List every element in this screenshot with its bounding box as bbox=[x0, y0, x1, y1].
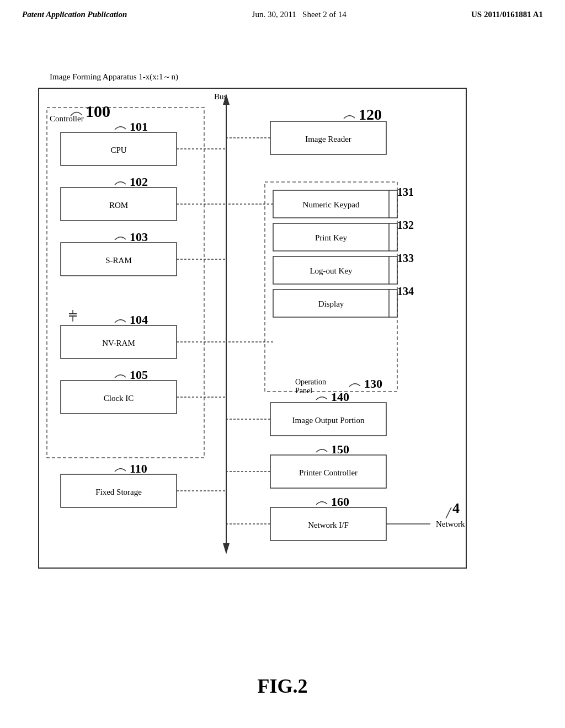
svg-rect-12 bbox=[61, 188, 177, 221]
svg-text:Printer Controller: Printer Controller bbox=[299, 468, 358, 477]
svg-rect-36 bbox=[270, 121, 386, 154]
svg-rect-20 bbox=[61, 325, 177, 358]
svg-text:Fixed Storage: Fixed Storage bbox=[95, 488, 142, 496]
svg-text:120: 120 bbox=[359, 106, 382, 123]
publication-label: Patent Application Publication bbox=[22, 10, 127, 19]
svg-text:150: 150 bbox=[331, 442, 349, 456]
page-header: Patent Application Publication Jun. 30, … bbox=[0, 0, 565, 19]
svg-text:Network I/F: Network I/F bbox=[308, 521, 349, 529]
svg-rect-51 bbox=[273, 223, 389, 251]
svg-text:110: 110 bbox=[130, 462, 147, 475]
svg-rect-70 bbox=[270, 403, 386, 436]
svg-text:130: 130 bbox=[364, 377, 382, 390]
svg-text:Display: Display bbox=[318, 299, 344, 308]
svg-text:NV-RAM: NV-RAM bbox=[102, 339, 135, 347]
svg-rect-0 bbox=[39, 88, 466, 568]
diagram-area: Image Forming Apparatus 1-x(x:1～n) Contr… bbox=[33, 72, 530, 623]
svg-text:133: 133 bbox=[397, 252, 414, 264]
svg-text:101: 101 bbox=[130, 120, 148, 133]
svg-rect-74 bbox=[270, 455, 386, 488]
svg-text:S-RAM: S-RAM bbox=[105, 256, 132, 265]
svg-text:Image Output Portion: Image Output Portion bbox=[292, 416, 365, 425]
svg-text:160: 160 bbox=[331, 495, 349, 508]
svg-text:140: 140 bbox=[331, 390, 349, 404]
svg-rect-8 bbox=[61, 132, 177, 165]
figure-label: FIG.2 bbox=[257, 675, 307, 698]
svg-text:Panel: Panel bbox=[295, 387, 312, 395]
sheet-info: Sheet 2 of 14 bbox=[302, 10, 347, 19]
svg-text:Clock IC: Clock IC bbox=[104, 394, 134, 403]
svg-text:Numeric Keypad: Numeric Keypad bbox=[303, 200, 360, 209]
svg-text:104: 104 bbox=[130, 313, 148, 326]
svg-text:Log-out Key: Log-out Key bbox=[310, 266, 353, 275]
svg-text:CPU: CPU bbox=[110, 146, 126, 154]
svg-line-85 bbox=[446, 507, 451, 518]
apparatus-label: Image Forming Apparatus 1-x(x:1～n) bbox=[50, 72, 178, 82]
svg-rect-78 bbox=[270, 507, 386, 540]
svg-text:Image Reader: Image Reader bbox=[305, 135, 351, 143]
svg-rect-32 bbox=[61, 474, 177, 507]
svg-text:131: 131 bbox=[397, 186, 414, 198]
svg-rect-28 bbox=[61, 381, 177, 414]
date-sheet: Jun. 30, 2011 Sheet 2 of 14 bbox=[252, 10, 347, 19]
svg-text:105: 105 bbox=[130, 368, 148, 382]
svg-text:Controller: Controller bbox=[50, 114, 84, 123]
svg-rect-44 bbox=[273, 190, 389, 218]
svg-text:100: 100 bbox=[86, 102, 110, 120]
svg-marker-7 bbox=[223, 543, 230, 554]
svg-marker-6 bbox=[223, 94, 230, 105]
svg-text:Print Key: Print Key bbox=[315, 233, 347, 242]
svg-text:Operation: Operation bbox=[295, 378, 326, 386]
svg-text:132: 132 bbox=[397, 219, 414, 231]
svg-text:4: 4 bbox=[452, 500, 460, 516]
svg-text:ROM: ROM bbox=[109, 201, 128, 210]
svg-text:103: 103 bbox=[130, 230, 148, 244]
svg-text:102: 102 bbox=[130, 175, 148, 189]
svg-text:Bus: Bus bbox=[214, 92, 227, 101]
svg-text:Network: Network bbox=[436, 520, 465, 528]
svg-rect-1 bbox=[47, 108, 204, 458]
svg-rect-63 bbox=[273, 290, 389, 317]
svg-rect-57 bbox=[273, 256, 389, 284]
svg-rect-16 bbox=[61, 243, 177, 276]
svg-text:134: 134 bbox=[397, 285, 414, 297]
pub-date: Jun. 30, 2011 bbox=[252, 10, 296, 19]
patent-number: US 2011/0161881 A1 bbox=[471, 10, 543, 19]
svg-rect-40 bbox=[265, 182, 397, 392]
